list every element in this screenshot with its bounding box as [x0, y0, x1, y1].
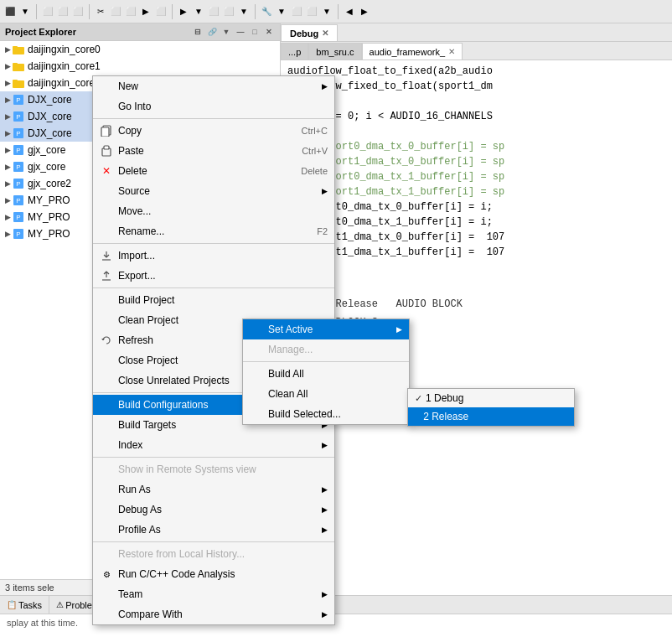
toolbar-icon-17[interactable]: ⬜ [305, 5, 318, 18]
toolbar-icon-4[interactable]: ⬜ [56, 5, 70, 18]
compare-with-icon [100, 608, 113, 621]
tree-arrow-9: ▶ [3, 179, 12, 188]
toolbar-icon-1[interactable]: ⬛ [3, 5, 17, 18]
toolbar-icon-10[interactable]: ⬜ [154, 5, 168, 18]
menu-item-source[interactable]: Source ▶ [93, 181, 334, 201]
toolbar-icon-20[interactable]: ▶ [358, 5, 371, 18]
run-as-arrow: ▶ [322, 485, 328, 494]
maximize-panel-icon[interactable]: □ [249, 26, 261, 38]
toolbar-icon-15[interactable]: ▼ [275, 5, 288, 18]
toolbar-icon-16[interactable]: ⬜ [290, 5, 303, 18]
menu-item-profile-as[interactable]: Profile As ▶ [93, 520, 334, 540]
submenu-item-build-selected[interactable]: Build Selected... [243, 404, 409, 424]
toolbar-icon-6[interactable]: ✂ [94, 5, 107, 18]
tree-arrow-6: ▶ [3, 129, 12, 137]
code-line-4: *(int i = 0; i < AUDIO_16_CHANNELS [287, 109, 665, 124]
code-line-15 [287, 275, 665, 290]
panel-title-actions: ⊟ 🔗 ▼ — □ ✕ [192, 26, 275, 38]
toolbar-icon-19[interactable]: ◀ [343, 5, 356, 18]
svg-text:P: P [16, 230, 20, 238]
menu-item-copy[interactable]: Copy Ctrl+C [93, 121, 334, 141]
team-icon [100, 588, 113, 601]
tab-debug[interactable]: Debug ✕ [281, 24, 338, 41]
project-icon-8: P [12, 210, 25, 224]
menu-item-rename[interactable]: Rename... F2 [93, 221, 334, 241]
menu-item-index[interactable]: Index ▶ [93, 435, 334, 455]
submenu-item-manage: Manage... [243, 339, 409, 360]
collapse-all-icon[interactable]: ⊟ [192, 26, 204, 38]
toolbar-icon-5[interactable]: ⬜ [71, 5, 85, 18]
menu-item-go-into[interactable]: Go Into [93, 96, 334, 117]
build-targets-icon [100, 418, 113, 432]
submenu-item-clean-all[interactable]: Clean All [243, 384, 409, 404]
tree-arrow-10: ▶ [3, 196, 12, 205]
menu-item-export[interactable]: Export... [93, 266, 334, 286]
menu-item-run-as[interactable]: Run As ▶ [93, 479, 334, 500]
tree-arrow-11: ▶ [3, 213, 12, 221]
menu-item-build-project[interactable]: Build Project [93, 290, 334, 310]
close-panel-icon[interactable]: ✕ [263, 26, 275, 38]
toolbar-icon-run[interactable]: ▶ [177, 5, 190, 18]
menu-item-debug-as[interactable]: Debug As ▶ [93, 500, 334, 520]
new-icon [100, 80, 113, 93]
rename-icon [100, 225, 113, 238]
menu-item-new[interactable]: New ▶ [93, 76, 334, 96]
code-tab-p[interactable]: ...p [281, 43, 308, 60]
toolbar-icon-3[interactable]: ⬜ [41, 5, 54, 18]
tree-arrow-4: ▶ [3, 96, 12, 104]
tab-debug-label: Debug [290, 28, 318, 39]
tree-item-label: DJX_core [28, 94, 72, 106]
menu-item-run-cpp-analysis[interactable]: ⚙ Run C/C++ Code Analysis [93, 564, 334, 584]
toolbar-icon-7[interactable]: ⬜ [109, 5, 122, 18]
link-editor-icon[interactable]: 🔗 [206, 26, 218, 38]
tasks-icon: 📋 [7, 600, 17, 609]
submenu-arrow: ▶ [322, 82, 328, 91]
tab-debug-close[interactable]: ✕ [322, 28, 328, 38]
index-arrow: ▶ [322, 441, 328, 449]
menu-sep-6 [93, 541, 334, 542]
code-tab-bm-sru[interactable]: bm_sru.c [308, 43, 361, 60]
tree-arrow-7: ▶ [3, 146, 12, 154]
toolbar-icon-13[interactable]: ▼ [237, 5, 251, 18]
tree-item-daijingxin-core0[interactable]: ▶ daijingxin_core0 [0, 41, 280, 58]
tree-item-daijingxin-core1[interactable]: ▶ daijingxin_core1 [0, 58, 280, 75]
submenu-item-2-release[interactable]: 2 Release [408, 407, 574, 426]
toolbar-icon-9[interactable]: ▶ [139, 5, 152, 18]
svg-rect-5 [13, 80, 18, 82]
import-icon [100, 249, 113, 262]
toolbar-icon-11[interactable]: ⬜ [207, 5, 220, 18]
submenu-item-build-all[interactable]: Build All [243, 364, 409, 384]
menu-item-paste[interactable]: Paste Ctrl+V [93, 141, 334, 161]
toolbar-icon-14[interactable]: 🔧 [260, 5, 273, 18]
profile-as-arrow: ▶ [322, 526, 328, 534]
submenu-item-set-active[interactable]: Set Active ▶ [243, 319, 409, 339]
toolbar-icon-12[interactable]: ⬜ [222, 5, 235, 18]
toolbar-icon-8[interactable]: ⬜ [124, 5, 137, 18]
menu-item-import[interactable]: Import... [93, 246, 334, 266]
compare-with-arrow: ▶ [322, 610, 328, 619]
set-active-arrow: ▶ [396, 325, 402, 334]
debug-as-arrow: ▶ [322, 505, 328, 514]
tab-tasks[interactable]: 📋 Tasks [0, 596, 49, 614]
tree-arrow-8: ▶ [3, 163, 12, 171]
menu-item-move[interactable]: Move... [93, 201, 334, 221]
menu-sep-2 [93, 243, 334, 244]
menu-item-delete[interactable]: ✕ Delete Delete [93, 161, 334, 181]
minimize-panel-icon[interactable]: — [235, 26, 246, 38]
toolbar-icon-18[interactable]: ▼ [320, 5, 333, 18]
code-tab-close[interactable]: ✕ [448, 47, 455, 56]
toolbar-icon-run-arrow[interactable]: ▼ [192, 5, 205, 18]
clean-all-icon [250, 387, 263, 401]
submenu-item-1-debug[interactable]: ✓ 1 Debug [408, 389, 574, 407]
project-explorer-label: Project Explorer [5, 27, 76, 37]
go-into-icon [100, 100, 113, 113]
panel-menu-icon[interactable]: ▼ [220, 26, 232, 38]
menu-item-team[interactable]: Team ▶ [93, 584, 334, 604]
svg-text:P: P [16, 113, 20, 121]
tree-item-label: MY_PRO [28, 228, 70, 240]
toolbar-icon-2[interactable]: ▼ [18, 5, 32, 18]
debug-as-icon [100, 503, 113, 516]
svg-text:P: P [16, 147, 20, 154]
menu-item-compare-with[interactable]: Compare With ▶ [93, 604, 334, 624]
code-tab-audio-framework[interactable]: audio_framework_ ✕ [362, 43, 463, 60]
